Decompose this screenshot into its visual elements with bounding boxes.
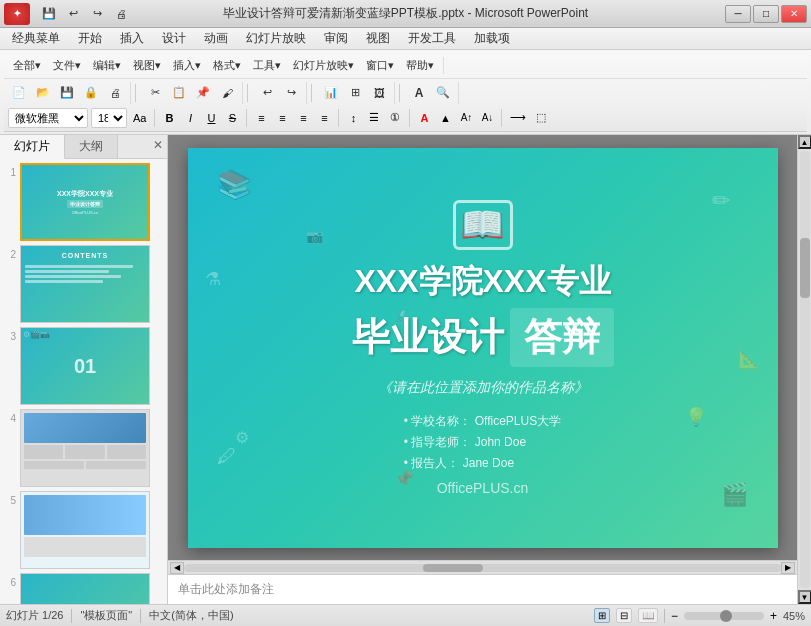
bold-button[interactable]: B — [160, 108, 178, 128]
menu-home[interactable]: 开始 — [70, 28, 110, 49]
strikethrough-button[interactable]: S — [223, 108, 241, 128]
slide-sorter-button[interactable]: ⊟ — [616, 608, 632, 623]
align-right-button[interactable]: ≡ — [294, 108, 312, 128]
new-button[interactable]: 📄 — [8, 82, 30, 104]
save-toolbar-button[interactable]: 💾 — [56, 82, 78, 104]
font-size-select[interactable]: 18 — [91, 108, 127, 128]
copy-button[interactable]: 📋 — [168, 82, 190, 104]
menu-animation[interactable]: 动画 — [196, 28, 236, 49]
slide-preview-1[interactable]: XXX学院XXX专业 毕业设计答辩 OfficePLUS.cn — [20, 163, 150, 241]
zoom-out-button[interactable]: − — [671, 609, 678, 623]
scroll-down-button[interactable]: ▼ — [798, 590, 812, 604]
zoom-thumb[interactable] — [720, 610, 732, 622]
menu-insert[interactable]: 插入 — [112, 28, 152, 49]
permission-button[interactable]: 🔒 — [80, 82, 102, 104]
open-button[interactable]: 📂 — [32, 82, 54, 104]
format-painter-button[interactable]: 🖌 — [216, 82, 238, 104]
menu-classic[interactable]: 经典菜单 — [4, 28, 68, 49]
toolbar-tools[interactable]: 工具▾ — [248, 57, 286, 74]
toolbar-edit[interactable]: 编辑▾ — [88, 57, 126, 74]
office-button[interactable]: ✦ — [4, 3, 30, 25]
toolbar-help[interactable]: 帮助▾ — [401, 57, 439, 74]
panel-close-button[interactable]: ✕ — [153, 138, 163, 152]
toolbar-file[interactable]: 文件▾ — [48, 57, 86, 74]
vertical-scrollbar[interactable]: ▲ ▼ — [797, 135, 811, 604]
normal-view-button[interactable]: ⊞ — [594, 608, 610, 623]
horizontal-scrollbar[interactable]: ◀ ▶ — [168, 560, 797, 574]
text-box-button[interactable]: ⬚ — [532, 108, 550, 128]
slide-thumb-4[interactable]: 4 — [4, 409, 163, 487]
table-button[interactable]: ⊞ — [344, 82, 366, 104]
h-scroll-thumb[interactable] — [423, 564, 483, 572]
reporter-value: Jane Doe — [463, 456, 514, 470]
tab-outline[interactable]: 大纲 — [65, 135, 118, 158]
undo-toolbar-button[interactable]: ↩ — [256, 82, 278, 104]
notes-area[interactable]: 单击此处添加备注 — [168, 574, 797, 604]
decrease-font-button[interactable]: A↓ — [478, 108, 496, 128]
line-spacing-button[interactable]: ↕ — [344, 108, 362, 128]
minimize-button[interactable]: ─ — [725, 5, 751, 23]
toolbar-format[interactable]: 格式▾ — [208, 57, 246, 74]
slide-thumb-1[interactable]: 1 XXX学院XXX专业 毕业设计答辩 OfficePLUS.cn — [4, 163, 163, 241]
menu-design[interactable]: 设计 — [154, 28, 194, 49]
bullet-button[interactable]: ☰ — [365, 108, 383, 128]
image-button[interactable]: 🖼 — [368, 82, 390, 104]
numbered-list-button[interactable]: ① — [386, 108, 404, 128]
text-color-button[interactable]: A — [408, 82, 430, 104]
chart-button[interactable]: 📊 — [320, 82, 342, 104]
align-left-button[interactable]: ≡ — [252, 108, 270, 128]
slide-content: 📖 XXX学院XXX专业 毕业设计 答辩 《请在此位置添加你的作品名称》 — [188, 148, 778, 548]
cut-button[interactable]: ✂ — [144, 82, 166, 104]
align-justify-button[interactable]: ≡ — [315, 108, 333, 128]
slide-viewport[interactable]: 📚 ✏ ⚗ 🖊 🎬 📐 ⚙ 📷 💡 🔬 📌 — [168, 135, 797, 560]
v-scroll-thumb[interactable] — [800, 238, 810, 298]
menu-review[interactable]: 审阅 — [316, 28, 356, 49]
slide-preview-4[interactable] — [20, 409, 150, 487]
zoom-in-button[interactable]: + — [770, 609, 777, 623]
close-button[interactable]: ✕ — [781, 5, 807, 23]
tab-slides[interactable]: 幻灯片 — [0, 135, 65, 159]
restore-button[interactable]: □ — [753, 5, 779, 23]
align-center-button[interactable]: ≡ — [273, 108, 291, 128]
print-button[interactable]: 🖨 — [110, 3, 132, 25]
scroll-left-button[interactable]: ◀ — [170, 562, 184, 574]
slide-preview-5[interactable] — [20, 491, 150, 569]
slide-canvas[interactable]: 📚 ✏ ⚗ 🖊 🎬 📐 ⚙ 📷 💡 🔬 📌 — [188, 148, 778, 548]
font-name-select[interactable]: 微软雅黑 — [8, 108, 88, 128]
zoom-slider[interactable] — [684, 612, 764, 620]
slide-thumb-3[interactable]: 3 ⚙🎬📷 01 — [4, 327, 163, 405]
underline-button[interactable]: U — [202, 108, 220, 128]
slide-preview-3[interactable]: ⚙🎬📷 01 — [20, 327, 150, 405]
redo-toolbar-button[interactable]: ↪ — [280, 82, 302, 104]
menu-view[interactable]: 视图 — [358, 28, 398, 49]
paste-button[interactable]: 📌 — [192, 82, 214, 104]
print-toolbar-button[interactable]: 🖨 — [104, 82, 126, 104]
reading-view-button[interactable]: 📖 — [638, 608, 658, 623]
increase-font-button[interactable]: A↑ — [457, 108, 475, 128]
zoom-button[interactable]: 🔍 — [432, 82, 454, 104]
slide-thumb-6[interactable]: 6 — [4, 573, 163, 604]
highlight-button[interactable]: ▲ — [436, 108, 454, 128]
scroll-up-button[interactable]: ▲ — [798, 135, 812, 149]
toolbar-insert[interactable]: 插入▾ — [168, 57, 206, 74]
menu-addins[interactable]: 加载项 — [466, 28, 518, 49]
toolbar-view[interactable]: 视图▾ — [128, 57, 166, 74]
menu-developer[interactable]: 开发工具 — [400, 28, 464, 49]
slide-preview-2[interactable]: CONTENTS — [20, 245, 150, 323]
font-color-button[interactable]: A — [415, 108, 433, 128]
slide-thumb-2[interactable]: 2 CONTENTS — [4, 245, 163, 323]
undo-button[interactable]: ↩ — [62, 3, 84, 25]
text-direction-button[interactable]: ⟶ — [507, 108, 529, 128]
save-button[interactable]: 💾 — [38, 3, 60, 25]
toolbar-slideshow[interactable]: 幻灯片放映▾ — [288, 57, 359, 74]
italic-button[interactable]: I — [181, 108, 199, 128]
reporter-label: 报告人： — [411, 456, 459, 470]
redo-button[interactable]: ↪ — [86, 3, 108, 25]
slide-brand: OfficePLUS.cn — [437, 480, 529, 496]
menu-slideshow[interactable]: 幻灯片放映 — [238, 28, 314, 49]
slide-thumb-5[interactable]: 5 — [4, 491, 163, 569]
slide-preview-6[interactable] — [20, 573, 150, 604]
toolbar-window[interactable]: 窗口▾ — [361, 57, 399, 74]
toolbar-all[interactable]: 全部▾ — [8, 57, 46, 74]
scroll-right-button[interactable]: ▶ — [781, 562, 795, 574]
